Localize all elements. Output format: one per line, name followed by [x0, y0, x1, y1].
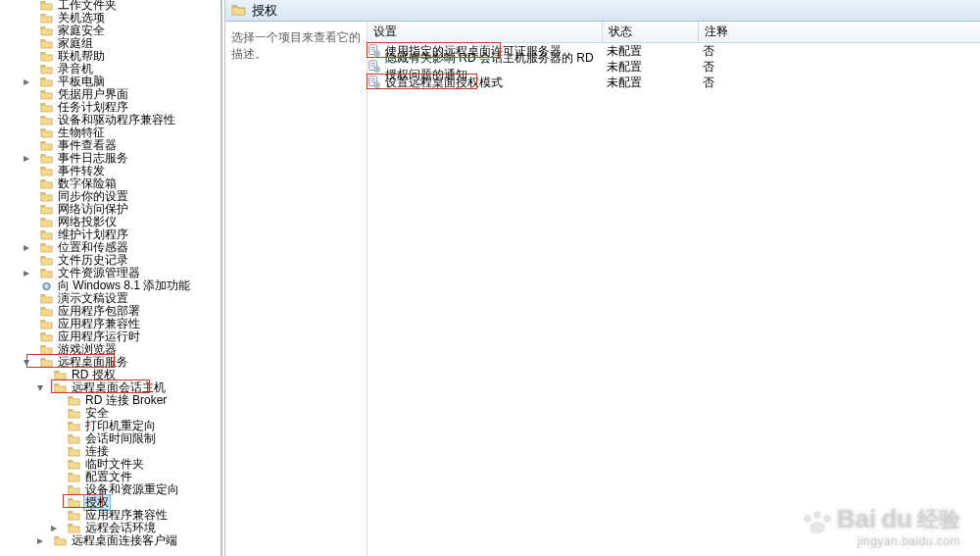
- policy-icon: [368, 44, 381, 58]
- col-setting[interactable]: 设置: [368, 22, 603, 42]
- app-root: ▸工作文件夹▸关机选项▸家庭安全▸家庭组▸联机帮助▸录音机▸平板电脑▸凭据用户界…: [0, 0, 980, 556]
- right-header: 授权: [225, 0, 980, 22]
- tree-pane: ▸工作文件夹▸关机选项▸家庭安全▸家庭组▸联机帮助▸录音机▸平板电脑▸凭据用户界…: [0, 0, 221, 556]
- folder-icon: [68, 433, 80, 445]
- folder-icon: [40, 38, 53, 50]
- svg-rect-10: [41, 128, 45, 129]
- folder-icon: [54, 382, 67, 394]
- folder-icon: [68, 459, 80, 471]
- svg-rect-1: [41, 14, 45, 15]
- chevron-down-icon[interactable]: ▾: [34, 382, 45, 393]
- col-status[interactable]: 状态: [603, 22, 699, 42]
- folder-icon: [40, 217, 53, 228]
- folder-icon: [40, 255, 53, 267]
- folder-icon: [40, 127, 53, 139]
- folder-icon: [68, 497, 80, 509]
- folder-icon: [68, 408, 80, 420]
- folder-icon: [40, 293, 53, 305]
- svg-rect-34: [69, 422, 73, 423]
- folder-icon: [40, 64, 53, 76]
- wm-url: jingyan.baidu.com: [858, 534, 960, 548]
- folder-icon: [40, 166, 53, 177]
- svg-rect-14: [41, 179, 45, 180]
- chevron-right-icon[interactable]: ▸: [21, 153, 31, 164]
- svg-rect-19: [41, 243, 45, 244]
- folder-icon: [68, 421, 80, 432]
- svg-rect-18: [41, 230, 45, 231]
- folder-icon: [40, 0, 53, 12]
- folder-icon: [54, 370, 67, 381]
- list-rows: 使用指定的远程桌面许可证服务器未配置否隐藏有关影响 RD 会话主机服务器的 RD…: [368, 43, 980, 90]
- tree-item[interactable]: ▸远程桌面连接客户端: [0, 533, 220, 548]
- svg-rect-7: [41, 90, 45, 91]
- policy-status: 未配置: [603, 43, 699, 59]
- svg-rect-2: [41, 26, 45, 27]
- chevron-down-icon[interactable]: ▾: [21, 357, 31, 368]
- svg-rect-33: [69, 409, 73, 410]
- folder-icon: [40, 115, 53, 126]
- svg-rect-0: [41, 1, 45, 2]
- policy-row[interactable]: 设置远程桌面授权模式未配置否: [368, 75, 980, 90]
- tree-scroll: ▸工作文件夹▸关机选项▸家庭安全▸家庭组▸联机帮助▸录音机▸平板电脑▸凭据用户界…: [0, 1, 220, 556]
- chevron-right-icon[interactable]: ▸: [21, 242, 31, 253]
- policy-name: 设置远程桌面授权模式: [385, 75, 503, 91]
- policy-row[interactable]: 隐藏有关影响 RD 会话主机服务器的 RD 授权问题的通知未配置否: [368, 59, 980, 75]
- chevron-right-icon[interactable]: ▸: [21, 76, 31, 87]
- folder-icon: [40, 344, 53, 356]
- svg-rect-37: [69, 460, 73, 461]
- folder-icon: [40, 319, 53, 330]
- folder-icon: [40, 204, 53, 216]
- chevron-right-icon[interactable]: ▸: [34, 535, 45, 546]
- description-column: 选择一个项目来查看它的描述。: [225, 22, 368, 556]
- paw-icon: [804, 511, 831, 534]
- svg-rect-25: [41, 307, 45, 308]
- folder-icon: [40, 191, 53, 203]
- folder-icon: [40, 76, 53, 88]
- svg-rect-32: [69, 396, 73, 397]
- svg-rect-21: [41, 269, 45, 270]
- folder-icon: [40, 268, 53, 279]
- svg-rect-30: [55, 371, 59, 372]
- description-text: 选择一个项目来查看它的描述。: [231, 30, 361, 61]
- policy-name-cell: 隐藏有关影响 RD 会话主机服务器的 RD 授权问题的通知: [368, 59, 603, 75]
- svg-rect-39: [69, 485, 73, 486]
- svg-point-23: [45, 284, 47, 286]
- folder-icon: [40, 102, 53, 114]
- list-column: 设置 状态 注释 使用指定的远程桌面许可证服务器未配置否隐藏有关影响 RD 会话…: [368, 22, 980, 556]
- svg-rect-43: [55, 536, 59, 537]
- svg-rect-9: [41, 116, 45, 117]
- svg-rect-8: [41, 103, 45, 104]
- svg-rect-28: [41, 345, 45, 346]
- folder-icon: [68, 446, 80, 458]
- folder-icon: [68, 395, 80, 407]
- wm-brand2: du: [880, 504, 913, 534]
- folder-icon: [68, 523, 80, 534]
- col-comment[interactable]: 注释: [699, 22, 980, 42]
- svg-rect-3: [41, 39, 45, 40]
- folder-icon: [40, 306, 53, 318]
- svg-rect-31: [55, 383, 59, 384]
- folder-icon: [40, 13, 53, 25]
- svg-rect-5: [41, 65, 45, 66]
- folder-icon: [68, 510, 80, 522]
- folder-icon: [40, 25, 53, 37]
- svg-rect-24: [41, 294, 45, 295]
- svg-rect-16: [41, 205, 45, 206]
- svg-rect-11: [41, 141, 45, 142]
- policy-icon: [368, 60, 381, 74]
- chevron-right-icon[interactable]: ▸: [21, 268, 31, 278]
- chevron-right-icon[interactable]: ▸: [48, 523, 59, 533]
- svg-rect-6: [41, 77, 45, 78]
- svg-rect-20: [41, 256, 45, 257]
- tree-item-label: 远程桌面连接客户端: [71, 533, 178, 548]
- folder-icon: [40, 229, 53, 241]
- svg-rect-36: [69, 447, 73, 448]
- policy-status: 未配置: [603, 59, 699, 75]
- folder-icon: [68, 472, 80, 483]
- folder-icon: [40, 178, 53, 190]
- svg-rect-12: [41, 154, 45, 155]
- folder-icon: [40, 51, 53, 63]
- svg-rect-42: [69, 524, 73, 525]
- folder-icon: [231, 4, 246, 17]
- svg-rect-44: [232, 5, 237, 7]
